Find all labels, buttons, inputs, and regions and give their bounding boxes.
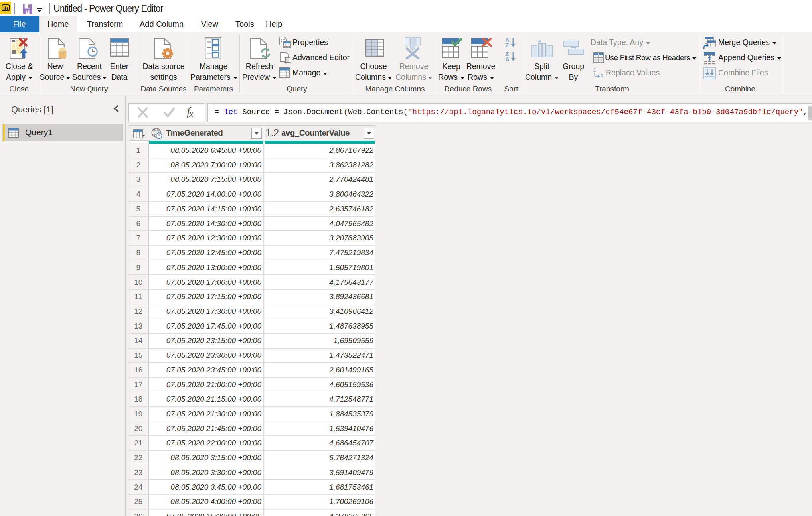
svg-text:Z: Z <box>505 42 509 47</box>
svg-text:A: A <box>505 56 510 61</box>
svg-text:1: 1 <box>593 67 596 73</box>
svg-text:2: 2 <box>600 73 603 79</box>
